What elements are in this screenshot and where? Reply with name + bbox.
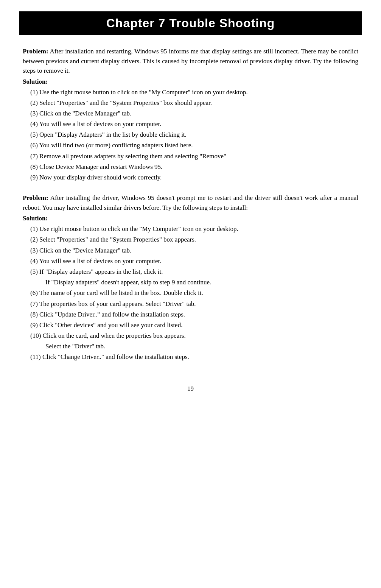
list-item: (11) Click "Change Driver.." and follow …: [30, 352, 358, 362]
solution2-label: Solution:: [23, 215, 358, 222]
list-item: (9) Now your display driver should work …: [30, 172, 358, 182]
list-item: (1) Use the right mouse button to click …: [30, 87, 358, 97]
list-item: Select the "Driver" tab.: [30, 341, 358, 351]
page-footer: 19: [19, 385, 362, 393]
list-item: (2) Select "Properties" and the "System …: [30, 98, 358, 108]
list-item: (1) Use right mouse button to click on t…: [30, 224, 358, 234]
list-item: (5) Open "Display Adapters" in the list …: [30, 129, 358, 140]
list-item: (2) Select "Properties" and the "System …: [30, 234, 358, 245]
list-item: (9) Click "Other devices" and you will s…: [30, 320, 358, 330]
list-item: (6) You will find two (or more) conflict…: [30, 140, 358, 150]
solution2-steps: (1) Use right mouse button to click on t…: [23, 224, 358, 362]
list-item: (6) The name of your card will be listed…: [30, 288, 358, 298]
page-number: 19: [187, 385, 194, 392]
problem2-label: Problem:: [23, 194, 48, 201]
problem2-intro-text: After installing the driver, Windows 95 …: [23, 194, 358, 211]
list-item: (3) Click on the "Device Manager" tab.: [30, 108, 358, 119]
list-item: (8) Close Device Manager and restart Win…: [30, 162, 358, 172]
list-item: (5) If "Display adapters" appears in the…: [30, 267, 358, 277]
list-item: (3) Click on the "Device Manager" tab.: [30, 245, 358, 256]
problem1-intro: Problem: After installation and restarti…: [23, 47, 358, 76]
list-item: (10) Click on the card, and when the pro…: [30, 331, 358, 341]
problem1-intro-text: After installation and restarting, Windo…: [23, 48, 358, 74]
list-item: If "Display adapters" doesn't appear, sk…: [30, 277, 358, 287]
list-item: (8) Click "Update Driver.." and follow t…: [30, 309, 358, 320]
list-item: (4) You will see a list of devices on yo…: [30, 119, 358, 129]
page-header: Chapter 7 Trouble Shooting: [19, 11, 362, 35]
problem1-label: Problem:: [23, 48, 48, 55]
chapter-title: Chapter 7 Trouble Shooting: [28, 16, 353, 30]
problem-block-1: Problem: After installation and restarti…: [23, 47, 358, 182]
list-item: (4) You will see a list of devices on yo…: [30, 256, 358, 266]
list-item: (7) Remove all previous adapters by sele…: [30, 151, 358, 161]
solution1-label: Solution:: [23, 78, 358, 86]
solution1-steps: (1) Use the right mouse button to click …: [23, 87, 358, 183]
problem-block-2: Problem: After installing the driver, Wi…: [23, 193, 358, 362]
problem2-intro: Problem: After installing the driver, Wi…: [23, 193, 358, 212]
list-item: (7) The properties box of your card appe…: [30, 299, 358, 309]
